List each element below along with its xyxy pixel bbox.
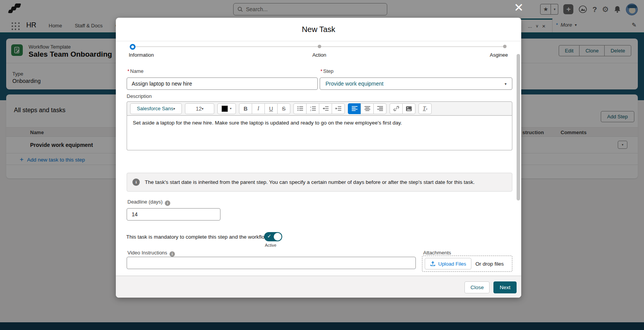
modal-close-icon[interactable]: ✕ bbox=[514, 2, 524, 13]
font-family-value: Salesforce Sans bbox=[137, 106, 173, 111]
font-size-dropdown[interactable]: 12 ▾ bbox=[185, 103, 214, 114]
progress-step-asginee[interactable] bbox=[503, 45, 507, 48]
progress-step-information[interactable] bbox=[130, 44, 136, 50]
attachments-label: Attachments bbox=[423, 250, 451, 256]
description-label: Description bbox=[127, 93, 152, 99]
step-selected-value: Provide work equipment bbox=[325, 81, 383, 87]
bold-button[interactable]: B bbox=[239, 103, 252, 114]
toggle-knob bbox=[274, 233, 281, 241]
chevron-down-icon: ▾ bbox=[505, 82, 507, 86]
info-icon[interactable]: i bbox=[165, 200, 170, 206]
new-task-modal: New Task Information Action Asginee *Nam… bbox=[116, 18, 521, 298]
mandatory-toggle[interactable]: ✓ bbox=[264, 232, 282, 241]
numbered-list-icon[interactable]: 12 bbox=[306, 103, 319, 114]
insert-image-icon[interactable] bbox=[402, 103, 415, 114]
required-marker: * bbox=[127, 68, 129, 74]
chevron-down-icon: ▾ bbox=[230, 107, 231, 110]
close-button[interactable]: Close bbox=[464, 281, 490, 293]
richtext-toolbar: Salesforce Sans ▾ 12 ▾ ▾ B I U S 12 bbox=[127, 101, 512, 116]
info-icon: i bbox=[132, 178, 140, 186]
deadline-input[interactable] bbox=[127, 208, 220, 221]
scrollbar-thumb[interactable] bbox=[517, 54, 520, 200]
modal-header: New Task bbox=[116, 18, 521, 41]
font-family-dropdown[interactable]: Salesforce Sans ▾ bbox=[130, 103, 182, 114]
clear-formatting-icon[interactable]: Tx bbox=[419, 103, 432, 114]
name-input[interactable] bbox=[127, 77, 318, 90]
step-field-label: *Step bbox=[320, 68, 334, 74]
align-right-icon[interactable] bbox=[373, 103, 386, 114]
upload-files-button[interactable]: Upload Files bbox=[425, 258, 471, 269]
bullet-list-icon[interactable] bbox=[293, 103, 307, 114]
progress-step-action[interactable] bbox=[318, 45, 321, 48]
deadline-label: Deadline (days)i bbox=[127, 199, 170, 206]
strikethrough-button[interactable]: S bbox=[277, 103, 290, 114]
chevron-down-icon: ▾ bbox=[202, 107, 204, 111]
mandatory-label: This task is mandatory to complete this … bbox=[126, 234, 268, 240]
upload-icon bbox=[430, 261, 436, 266]
progress-label-action: Action bbox=[312, 52, 326, 58]
next-button[interactable]: Next bbox=[493, 281, 517, 293]
info-icon[interactable]: i bbox=[169, 251, 175, 257]
align-center-icon[interactable] bbox=[361, 103, 374, 114]
modal-scrollbar[interactable] bbox=[517, 42, 520, 274]
italic-button[interactable]: I bbox=[252, 103, 265, 114]
progress-label-asginee: Asginee bbox=[490, 52, 508, 58]
video-instructions-input[interactable] bbox=[127, 257, 416, 269]
svg-text:2: 2 bbox=[310, 109, 311, 111]
drop-files-label: Or drop files bbox=[475, 261, 504, 267]
align-left-icon[interactable] bbox=[348, 103, 361, 114]
modal-footer: Close Next bbox=[116, 276, 521, 298]
chevron-down-icon: ▾ bbox=[173, 107, 175, 111]
indent-icon[interactable] bbox=[319, 103, 332, 114]
info-banner-text: The task's start date is inherited from … bbox=[145, 179, 475, 185]
color-swatch bbox=[222, 106, 228, 112]
toggle-state-label: Active bbox=[265, 243, 276, 248]
underline-button[interactable]: U bbox=[264, 103, 278, 114]
description-editor[interactable]: Set aside a laptop for the new hire. Mak… bbox=[127, 116, 512, 150]
text-color-picker[interactable]: ▾ bbox=[217, 103, 236, 114]
info-banner: i The task's start date is inherited fro… bbox=[127, 173, 512, 192]
font-size-value: 12 bbox=[196, 106, 202, 112]
insert-link-icon[interactable] bbox=[390, 103, 403, 114]
name-field-label: *Name bbox=[127, 68, 144, 74]
step-combobox[interactable]: Provide work equipment ▾ bbox=[320, 77, 512, 90]
progress-label-information: Information bbox=[129, 52, 154, 58]
svg-text:1: 1 bbox=[310, 106, 311, 108]
modal-title: New Task bbox=[302, 25, 335, 34]
attachments-dropzone[interactable]: Upload Files Or drop files bbox=[422, 256, 512, 272]
outdent-icon[interactable] bbox=[332, 103, 345, 114]
video-instructions-label: Video Instructionsi bbox=[127, 250, 175, 257]
required-marker: * bbox=[320, 68, 322, 74]
check-icon: ✓ bbox=[267, 233, 271, 239]
